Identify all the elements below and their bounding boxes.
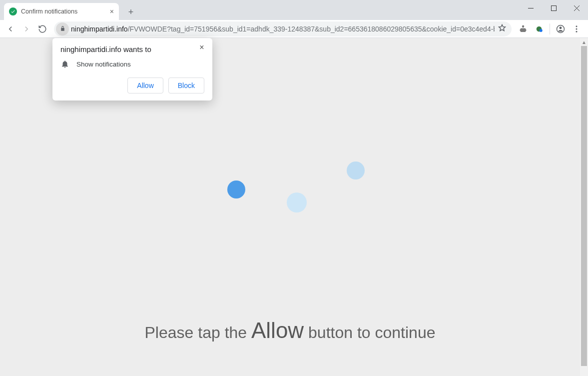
allow-button[interactable]: Allow: [127, 78, 163, 94]
svg-point-7: [576, 30, 578, 32]
svg-point-5: [576, 26, 578, 27]
svg-point-2: [540, 29, 543, 32]
url-host: ninghimpartidi.info: [71, 25, 128, 33]
browser-tab[interactable]: Confirm notifications ×: [4, 3, 119, 20]
spinner-dot: [227, 180, 245, 198]
scrollbar-thumb[interactable]: [581, 46, 587, 366]
close-icon[interactable]: ×: [196, 42, 207, 53]
msg-before: Please tap the: [145, 324, 251, 342]
bookmark-star-icon[interactable]: [498, 24, 507, 34]
address-bar[interactable]: ninghimpartidi.info/FVWOWDE?tag_id=75195…: [54, 22, 512, 36]
browser-toolbar: ninghimpartidi.info/FVWOWDE?tag_id=75195…: [0, 20, 588, 38]
minimize-button[interactable]: [519, 0, 542, 16]
lock-icon[interactable]: [56, 22, 69, 36]
scroll-up-icon[interactable]: ▲: [580, 38, 588, 46]
profile-avatar[interactable]: [553, 22, 568, 36]
svg-point-4: [560, 26, 562, 29]
menu-button[interactable]: [569, 22, 584, 36]
notification-permission-dialog: × ninghimpartidi.info wants to Show noti…: [52, 38, 212, 100]
page-message: Please tap the Allow button to continue: [0, 318, 580, 343]
bell-icon: [60, 60, 69, 68]
vertical-scrollbar[interactable]: ▲: [580, 38, 588, 376]
svg-point-6: [576, 28, 578, 30]
extension-icon[interactable]: [516, 22, 531, 36]
toolbar-right: [516, 22, 585, 36]
spinner-dot: [287, 192, 307, 212]
spinner-dot: [347, 162, 365, 180]
msg-highlight: Allow: [251, 318, 304, 342]
extension-icon-2[interactable]: [532, 22, 547, 36]
loading-spinner: [214, 152, 374, 222]
permission-request-text: Show notifications: [76, 60, 131, 68]
separator: [550, 24, 550, 34]
tab-title: Confirm notifications: [21, 8, 77, 15]
close-icon[interactable]: ×: [110, 8, 114, 15]
window-close-button[interactable]: [565, 0, 588, 16]
reload-button[interactable]: [35, 22, 50, 36]
url-path: /FVWOWDE?tag_id=751956&sub_id1=adhdk_339…: [128, 25, 495, 33]
maximize-button[interactable]: [542, 0, 565, 16]
svg-rect-0: [551, 6, 556, 10]
permission-title: ninghimpartidi.info wants to: [60, 45, 204, 54]
new-tab-button[interactable]: +: [124, 5, 138, 19]
checkmark-icon: [9, 8, 17, 16]
msg-after: button to continue: [304, 324, 435, 342]
browser-titlebar: Confirm notifications × +: [0, 0, 588, 20]
back-button[interactable]: [3, 22, 18, 36]
block-button[interactable]: Block: [168, 78, 204, 94]
window-controls: [519, 0, 588, 16]
forward-button[interactable]: [19, 22, 34, 36]
